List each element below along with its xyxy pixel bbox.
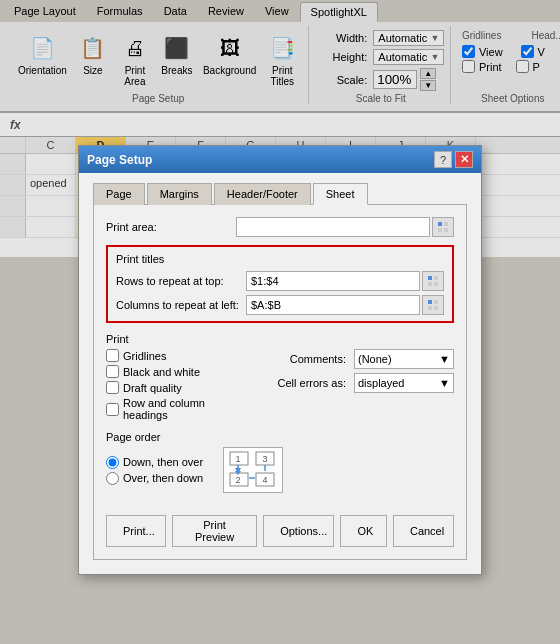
print-titles-label: Print titles (116, 253, 444, 265)
print-section: Print Gridlines Black and white (106, 333, 454, 421)
cols-repeat-input[interactable] (246, 295, 420, 315)
rows-repeat-input[interactable] (246, 271, 420, 291)
comments-select[interactable]: (None) ▼ (354, 349, 454, 369)
page-setup-dialog: Page Setup ? ✕ Page Margins Header/Foote… (78, 145, 482, 575)
cols-repeat-browse-button[interactable] (422, 295, 444, 315)
cell-errors-row: Cell errors as: displayed ▼ (266, 373, 454, 393)
rowcol-checkbox-label: Row and column headings (123, 397, 246, 421)
dialog-tab-headerfooter[interactable]: Header/Footer (214, 183, 311, 205)
comments-row: Comments: (None) ▼ (266, 349, 454, 369)
page-order-diagram: 1 3 2 4 (223, 447, 283, 493)
browse-icon (437, 221, 449, 233)
svg-rect-7 (434, 282, 438, 286)
print-checkboxes: Gridlines Black and white Draft quality (106, 349, 246, 421)
draft-check-row: Draft quality (106, 381, 246, 394)
print-right: Comments: (None) ▼ Cell errors as: displ… (266, 349, 454, 421)
rows-repeat-label: Rows to repeat at top: (116, 275, 246, 287)
svg-rect-0 (438, 222, 442, 226)
cell-errors-select[interactable]: displayed ▼ (354, 373, 454, 393)
rows-browse-icon (427, 275, 439, 287)
print-titles-section: Print titles Rows to repeat at top: (106, 245, 454, 323)
dialog-tabs: Page Margins Header/Footer Sheet (93, 183, 467, 205)
gridlines-checkbox-label: Gridlines (123, 350, 166, 362)
svg-text:4: 4 (263, 475, 268, 485)
down-then-over-row: Down, then over (106, 456, 203, 469)
dialog-footer: Print... Print Preview Options... OK Can… (106, 507, 454, 547)
print-area-label: Print area: (106, 221, 236, 233)
comments-label: Comments: (266, 353, 346, 365)
rowcol-check-row: Row and column headings (106, 397, 246, 421)
dialog-tab-margins[interactable]: Margins (147, 183, 212, 205)
svg-text:3: 3 (263, 454, 268, 464)
dialog-help-button[interactable]: ? (434, 151, 452, 168)
blackwhite-checkbox[interactable] (106, 365, 119, 378)
comments-value: (None) (358, 353, 392, 365)
svg-text:2: 2 (236, 475, 241, 485)
page-order-options: Down, then over Over, then down (106, 447, 454, 493)
draft-checkbox[interactable] (106, 381, 119, 394)
options-button[interactable]: Options... (263, 515, 334, 547)
svg-rect-4 (428, 276, 432, 280)
print-options: Gridlines Black and white Draft quality (106, 349, 454, 421)
gridlines-checkbox[interactable] (106, 349, 119, 362)
page-order-title: Page order (106, 431, 454, 443)
dialog-sheet-panel: Print area: Print titles (93, 204, 467, 560)
dialog-close-button[interactable]: ✕ (455, 151, 473, 168)
print-area-row: Print area: (106, 217, 454, 237)
cols-repeat-label: Columns to repeat at left: (116, 299, 246, 311)
comments-arrow: ▼ (439, 353, 450, 365)
page-order-section: Page order Down, then over Over, then do… (106, 431, 454, 493)
down-then-over-label: Down, then over (123, 456, 203, 468)
svg-rect-8 (428, 300, 432, 304)
over-then-down-row: Over, then down (106, 472, 203, 485)
cols-repeat-row: Columns to repeat at left: (116, 295, 444, 315)
svg-text:1: 1 (236, 454, 241, 464)
down-then-over-radio[interactable] (106, 456, 119, 469)
dialog-body: Page Margins Header/Footer Sheet Print a… (79, 173, 481, 574)
svg-rect-11 (434, 306, 438, 310)
cols-browse-icon (427, 299, 439, 311)
dialog-tab-sheet[interactable]: Sheet (313, 183, 368, 205)
page-order-svg: 1 3 2 4 (228, 450, 278, 490)
dialog-title: Page Setup (87, 153, 152, 167)
gridlines-check-row: Gridlines (106, 349, 246, 362)
dialog-tab-page[interactable]: Page (93, 183, 145, 205)
print-area-browse-button[interactable] (432, 217, 454, 237)
print-area-input[interactable] (236, 217, 430, 237)
svg-rect-6 (428, 282, 432, 286)
rows-repeat-row: Rows to repeat at top: (116, 271, 444, 291)
ok-button[interactable]: OK (340, 515, 387, 547)
blackwhite-check-row: Black and white (106, 365, 246, 378)
rowcol-checkbox[interactable] (106, 403, 119, 416)
dialog-titlebar: Page Setup ? ✕ (79, 146, 481, 173)
radio-col: Down, then over Over, then down (106, 456, 203, 485)
dialog-controls: ? ✕ (434, 151, 473, 168)
blackwhite-checkbox-label: Black and white (123, 366, 200, 378)
over-then-down-radio[interactable] (106, 472, 119, 485)
svg-rect-5 (434, 276, 438, 280)
svg-rect-2 (438, 228, 442, 232)
cell-errors-value: displayed (358, 377, 404, 389)
svg-rect-10 (428, 306, 432, 310)
over-then-down-label: Over, then down (123, 472, 203, 484)
print-button[interactable]: Print... (106, 515, 166, 547)
rows-repeat-browse-button[interactable] (422, 271, 444, 291)
cancel-button[interactable]: Cancel (393, 515, 454, 547)
svg-rect-1 (444, 222, 448, 226)
cell-errors-arrow: ▼ (439, 377, 450, 389)
svg-rect-9 (434, 300, 438, 304)
print-section-title: Print (106, 333, 454, 345)
svg-rect-3 (444, 228, 448, 232)
cell-errors-label: Cell errors as: (266, 377, 346, 389)
dialog-overlay: Page Setup ? ✕ Page Margins Header/Foote… (0, 0, 560, 644)
draft-checkbox-label: Draft quality (123, 382, 182, 394)
print-preview-button[interactable]: Print Preview (172, 515, 257, 547)
